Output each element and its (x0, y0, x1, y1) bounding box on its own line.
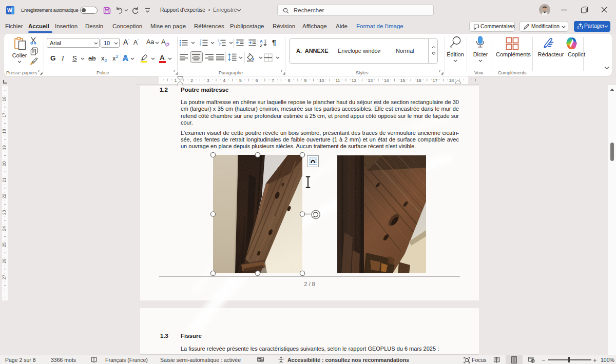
svg-text:Z: Z (260, 44, 262, 48)
svg-text:i: i (219, 44, 220, 46)
svg-text:10: 10 (319, 78, 324, 83)
svg-text:16: 16 (416, 78, 421, 83)
svg-text:1: 1 (175, 78, 177, 83)
svg-text:3: 3 (200, 44, 201, 46)
svg-text:12: 12 (352, 78, 357, 83)
svg-text:3: 3 (207, 78, 209, 83)
svg-text:8: 8 (288, 78, 291, 83)
svg-text:18: 18 (449, 78, 454, 83)
svg-text:9: 9 (304, 78, 306, 83)
svg-text:6: 6 (256, 78, 258, 83)
svg-text:14: 14 (384, 78, 389, 83)
svg-text:4: 4 (223, 78, 225, 83)
svg-text:11: 11 (336, 78, 340, 83)
svg-text:7: 7 (272, 78, 274, 83)
svg-text:17: 17 (433, 78, 438, 83)
svg-text:W: W (7, 7, 12, 13)
svg-text:2: 2 (190, 78, 193, 83)
svg-text:5: 5 (239, 78, 242, 83)
svg-text:A: A (260, 39, 263, 44)
svg-text:15: 15 (400, 78, 406, 83)
svg-text:13: 13 (368, 78, 373, 83)
